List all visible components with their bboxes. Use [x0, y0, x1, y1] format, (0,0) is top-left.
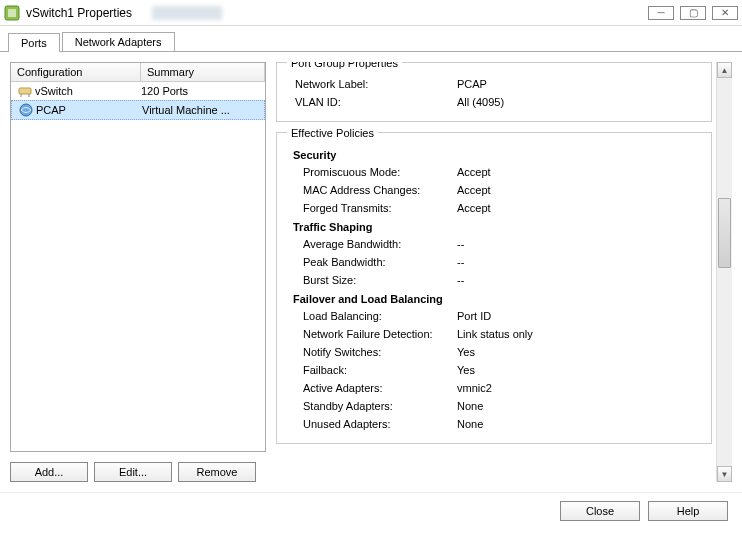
col-header-configuration[interactable]: Configuration	[11, 63, 141, 81]
port-group-properties-fieldset: Port Group Properties Network Label: PCA…	[276, 62, 712, 122]
load-balancing-label: Load Balancing:	[287, 310, 457, 322]
scroll-up-arrow-icon[interactable]: ▲	[717, 62, 732, 78]
maximize-button[interactable]: ▢	[680, 6, 706, 20]
minimize-button[interactable]: ─	[648, 6, 674, 20]
avg-bw-value: --	[457, 238, 701, 250]
load-balancing-value: Port ID	[457, 310, 701, 322]
portgroup-icon	[16, 103, 36, 117]
failover-heading: Failover and Load Balancing	[287, 289, 701, 307]
list-cell-summary: Virtual Machine ...	[142, 104, 260, 116]
active-adapters-label: Active Adapters:	[287, 382, 457, 394]
active-adapters-value: vmnic2	[457, 382, 701, 394]
titlebar: vSwitch1 Properties ─ ▢ ✕	[0, 0, 742, 26]
vertical-scrollbar[interactable]: ▲ ▼	[716, 62, 732, 482]
notify-label: Notify Switches:	[287, 346, 457, 358]
app-icon	[4, 5, 20, 21]
help-button[interactable]: Help	[648, 501, 728, 521]
security-heading: Security	[287, 145, 701, 163]
close-button[interactable]: Close	[560, 501, 640, 521]
unused-adapters-label: Unused Adapters:	[287, 418, 457, 430]
failure-detect-label: Network Failure Detection:	[287, 328, 457, 340]
tab-ports[interactable]: Ports	[8, 33, 60, 52]
unused-adapters-value: None	[457, 418, 701, 430]
vlan-id-value: All (4095)	[457, 96, 701, 108]
list-cell-config: vSwitch	[35, 85, 141, 97]
mac-changes-label: MAC Address Changes:	[287, 184, 457, 196]
traffic-shaping-heading: Traffic Shaping	[287, 217, 701, 235]
edit-button[interactable]: Edit...	[94, 462, 172, 482]
tab-bar: Ports Network Adapters	[0, 28, 742, 52]
right-panel: Port Group Properties Network Label: PCA…	[276, 62, 732, 482]
failure-detect-value: Link status only	[457, 328, 701, 340]
notify-value: Yes	[457, 346, 701, 358]
list-row-vswitch[interactable]: vSwitch 120 Ports	[11, 82, 265, 100]
failback-value: Yes	[457, 364, 701, 376]
scroll-thumb[interactable]	[718, 198, 731, 268]
window-title: vSwitch1 Properties	[26, 6, 132, 20]
promiscuous-label: Promiscuous Mode:	[287, 166, 457, 178]
network-label-label: Network Label:	[287, 78, 457, 90]
scroll-track[interactable]	[717, 78, 732, 466]
avg-bw-label: Average Bandwidth:	[287, 238, 457, 250]
forged-label: Forged Transmits:	[287, 202, 457, 214]
add-button[interactable]: Add...	[10, 462, 88, 482]
burst-value: --	[457, 274, 701, 286]
network-label-value: PCAP	[457, 78, 701, 90]
scroll-down-arrow-icon[interactable]: ▼	[717, 466, 732, 482]
fieldset-legend: Effective Policies	[287, 127, 378, 139]
left-panel: Configuration Summary vSwitch 120 Ports …	[10, 62, 266, 482]
svg-point-5	[20, 104, 32, 116]
failback-label: Failback:	[287, 364, 457, 376]
list-row-pcap[interactable]: PCAP Virtual Machine ...	[11, 100, 265, 120]
col-header-summary[interactable]: Summary	[141, 63, 265, 81]
vlan-id-label: VLAN ID:	[287, 96, 457, 108]
effective-policies-fieldset: Effective Policies Security Promiscuous …	[276, 132, 712, 444]
remove-button[interactable]: Remove	[178, 462, 256, 482]
fieldset-legend: Port Group Properties	[287, 62, 402, 69]
svg-rect-1	[8, 9, 16, 17]
forged-value: Accept	[457, 202, 701, 214]
close-window-button[interactable]: ✕	[712, 6, 738, 20]
list-cell-summary: 120 Ports	[141, 85, 261, 97]
config-list: Configuration Summary vSwitch 120 Ports …	[10, 62, 266, 452]
switch-icon	[15, 84, 35, 98]
tab-network-adapters[interactable]: Network Adapters	[62, 32, 175, 51]
footer-buttons: Close Help	[0, 492, 742, 529]
svg-rect-2	[19, 88, 31, 94]
blurred-text	[152, 6, 222, 20]
peak-bw-label: Peak Bandwidth:	[287, 256, 457, 268]
peak-bw-value: --	[457, 256, 701, 268]
list-header: Configuration Summary	[11, 63, 265, 82]
standby-adapters-label: Standby Adapters:	[287, 400, 457, 412]
standby-adapters-value: None	[457, 400, 701, 412]
promiscuous-value: Accept	[457, 166, 701, 178]
list-cell-config: PCAP	[36, 104, 142, 116]
mac-changes-value: Accept	[457, 184, 701, 196]
burst-label: Burst Size:	[287, 274, 457, 286]
